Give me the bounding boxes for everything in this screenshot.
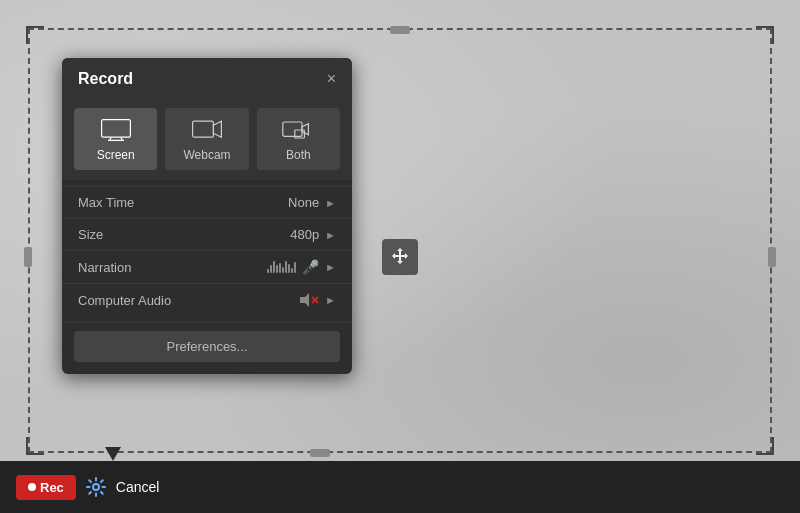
bar-7 [285, 261, 287, 273]
source-webcam-button[interactable]: Webcam [165, 108, 248, 170]
bar-9 [291, 268, 293, 273]
narration-row[interactable]: Narration 🎤 ► [62, 250, 352, 283]
bar-2 [270, 265, 272, 273]
bar-1 [267, 269, 269, 273]
corner-handle-tl[interactable] [26, 26, 44, 44]
rec-dot [28, 483, 36, 491]
bar-3 [273, 261, 275, 273]
screen-icon [100, 118, 132, 142]
bar-10 [294, 262, 296, 273]
corner-handle-br[interactable] [756, 437, 774, 455]
rec-label: Rec [40, 480, 64, 495]
svg-point-12 [93, 484, 99, 490]
size-value: 480p [290, 227, 319, 242]
dialog-header: Record × [62, 58, 352, 98]
corner-handle-tr[interactable] [756, 26, 774, 44]
handle-top[interactable] [390, 26, 410, 34]
source-webcam-label: Webcam [183, 148, 230, 162]
svg-marker-9 [300, 293, 309, 307]
handle-left[interactable] [24, 247, 32, 267]
mic-icon: 🎤 [302, 259, 319, 275]
preferences-section: Preferences... [62, 322, 352, 374]
svg-rect-4 [193, 121, 214, 137]
record-dialog: Record × Screen Webcam [62, 58, 352, 374]
move-icon [388, 245, 412, 269]
close-button[interactable]: × [327, 71, 336, 87]
source-screen-label: Screen [97, 148, 135, 162]
corner-handle-bl[interactable] [26, 437, 44, 455]
svg-marker-5 [213, 121, 221, 137]
narration-label: Narration [78, 260, 267, 275]
dialog-title: Record [78, 70, 133, 88]
computer-audio-label: Computer Audio [78, 293, 299, 308]
speaker-muted-icon [299, 292, 319, 308]
rec-button[interactable]: Rec [16, 475, 76, 500]
bar-8 [288, 264, 290, 273]
size-arrow: ► [325, 229, 336, 241]
narration-indicator: 🎤 [267, 259, 319, 275]
cancel-button[interactable]: Cancel [116, 479, 160, 495]
size-label: Size [78, 227, 290, 242]
move-handle[interactable] [382, 239, 418, 275]
svg-rect-0 [101, 120, 130, 138]
bottom-toolbar: Rec Cancel [0, 461, 800, 513]
computer-audio-row[interactable]: Computer Audio ► [62, 283, 352, 316]
svg-marker-7 [302, 124, 308, 135]
max-time-arrow: ► [325, 197, 336, 209]
bar-4 [276, 265, 278, 273]
both-icon [282, 118, 314, 142]
source-selector: Screen Webcam Both [62, 98, 352, 180]
handle-bottom[interactable] [310, 449, 330, 457]
bar-5 [279, 263, 281, 273]
source-both-label: Both [286, 148, 311, 162]
max-time-row[interactable]: Max Time None ► [62, 186, 352, 218]
settings-section: Max Time None ► Size 480p ► Narration [62, 180, 352, 322]
max-time-label: Max Time [78, 195, 288, 210]
handle-right[interactable] [768, 247, 776, 267]
source-both-button[interactable]: Both [257, 108, 340, 170]
size-row[interactable]: Size 480p ► [62, 218, 352, 250]
settings-button[interactable] [86, 477, 106, 497]
webcam-icon [191, 118, 223, 142]
computer-audio-indicator [299, 292, 319, 308]
preferences-button[interactable]: Preferences... [74, 331, 340, 362]
computer-audio-arrow: ► [325, 294, 336, 306]
svg-rect-6 [283, 122, 302, 136]
audio-bars [267, 261, 296, 273]
source-screen-button[interactable]: Screen [74, 108, 157, 170]
gear-icon [86, 477, 106, 497]
max-time-value: None [288, 195, 319, 210]
bar-6 [282, 267, 284, 273]
narration-arrow: ► [325, 261, 336, 273]
